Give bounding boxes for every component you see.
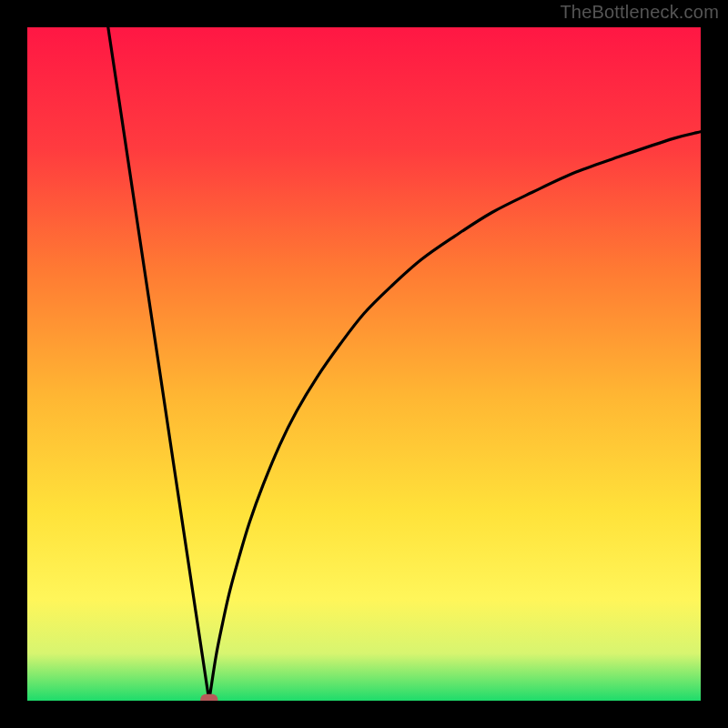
watermark: TheBottleneck.com <box>560 2 719 23</box>
chart-frame: TheBottleneck.com <box>0 0 728 728</box>
gradient-background <box>27 27 701 701</box>
plot-area <box>27 27 701 701</box>
optimal-point-marker <box>200 694 217 701</box>
plot-svg <box>27 27 701 701</box>
